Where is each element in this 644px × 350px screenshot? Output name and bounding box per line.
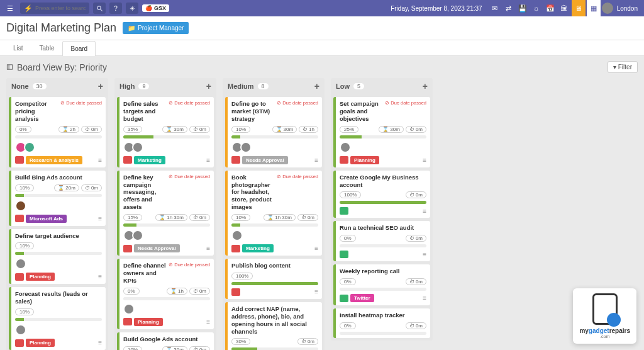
card-menu-icon[interactable]: ≡ [423, 251, 426, 258]
progress [340, 135, 426, 138]
mail-icon[interactable]: ✉ [489, 2, 501, 14]
add-card-button[interactable]: + [98, 81, 103, 91]
card[interactable]: Add correct NAP (name, address, phone), … [225, 302, 322, 350]
project-manager-badge[interactable]: 📁 Project Manager [123, 22, 189, 34]
card-menu-icon[interactable]: ≡ [98, 273, 102, 280]
add-card-button[interactable]: + [423, 81, 428, 91]
progress [123, 223, 210, 227]
card-menu-icon[interactable]: ≡ [314, 245, 318, 252]
card-title: Define channel owners and KPIs [123, 262, 166, 285]
card[interactable]: Define channel owners and KPIs⊘ Due date… [117, 259, 214, 329]
due-passed-badge: ⊘ Due date passed [277, 174, 318, 179]
flag-icon [340, 207, 348, 215]
brand-logo: mygadgetrepairs .com [573, 288, 636, 344]
hamburger-menu[interactable]: ☰ [4, 2, 16, 14]
card[interactable]: Define target audience 10% Planning≡ [9, 229, 106, 285]
card[interactable]: Book photographer for headshot, store, p… [225, 171, 322, 256]
page-title: Digital Marketing Plan [6, 21, 116, 35]
percent-chip: 25% [340, 126, 358, 133]
card[interactable]: Publish blog content 100% ≡ [225, 259, 322, 299]
building-icon[interactable]: 🏛 [558, 2, 570, 14]
card-title: Book photographer for headshot, store, p… [231, 174, 274, 211]
card-title: Define target audience [15, 232, 102, 240]
page-header: Digital Marketing Plan 📁 Project Manager [0, 16, 644, 40]
tag: Marketing [242, 244, 274, 252]
act-chip: ⏱ 0m [189, 214, 210, 221]
card-menu-icon[interactable]: ≡ [98, 215, 102, 222]
card-menu-icon[interactable]: ≡ [423, 295, 426, 302]
column-low: Low5 + Set campaign goals and objectives… [331, 78, 433, 341]
due-passed-badge: ⊘ Due date passed [60, 100, 102, 106]
card-title: Build Bing Ads account [15, 174, 102, 181]
apps-icon[interactable]: ▦ [587, 0, 601, 16]
due-passed-badge: ⊘ Due date passed [277, 100, 318, 106]
save-icon[interactable]: 💾 [516, 2, 529, 14]
calendar-icon[interactable]: 📅 [544, 2, 557, 14]
card-menu-icon[interactable]: ≡ [423, 157, 426, 164]
gsx-badge[interactable]: 🍎 GSX [142, 4, 169, 12]
help-icon[interactable]: ? [109, 3, 122, 14]
card-title: Weekly reporting call [340, 268, 426, 275]
search-input[interactable] [35, 5, 86, 11]
card-menu-icon[interactable]: ≡ [98, 339, 102, 346]
act-chip: ⏱ 0m [406, 235, 426, 242]
card[interactable]: Weekly reporting call 0%⏱ 0m Twitter≡ [333, 264, 430, 305]
act-chip: ⏱ 1h [299, 126, 318, 133]
tab-table[interactable]: Table [31, 40, 63, 55]
act-chip: ⏱ 0m [406, 278, 426, 285]
card-menu-icon[interactable]: ≡ [423, 208, 426, 215]
card-menu-icon[interactable]: ≡ [206, 245, 210, 252]
card-menu-icon[interactable]: ≡ [314, 288, 318, 295]
gear-icon [607, 313, 621, 327]
est-chip: ⌛ 30m [162, 126, 187, 133]
card-menu-icon[interactable]: ≡ [206, 319, 210, 325]
progress [15, 135, 102, 138]
progress [231, 347, 318, 350]
top-icon-set: ✉ ⇄ 💾 ☼ 📅 🏛 🖥 ▦ London [489, 0, 640, 16]
card[interactable]: Define key campaign messaging, offers an… [117, 171, 214, 256]
column-header-medium: Medium8 + [223, 78, 325, 94]
add-card-button[interactable]: + [206, 81, 211, 91]
card[interactable]: Forecast results (leads or sales) 10% Pl… [9, 287, 106, 350]
avatars [15, 200, 102, 212]
monitor-icon[interactable]: 🖥 [572, 0, 586, 16]
card[interactable]: Run a technical SEO audit 0%⏱ 0m ≡ [333, 221, 430, 261]
search-button[interactable] [93, 3, 106, 14]
flag-icon [15, 215, 24, 222]
progress [340, 288, 426, 291]
filter-button[interactable]: ▾ Filter [608, 61, 638, 73]
sun-icon[interactable]: ☼ [530, 2, 543, 14]
card[interactable]: Build Google Ads account 10%⌛ 30m⏱ 0m Go… [117, 332, 214, 350]
due-passed-badge: ⊘ Due date passed [169, 100, 210, 106]
percent-chip: 0% [340, 235, 356, 242]
count-badge: 8 [258, 83, 269, 89]
card[interactable]: Define go to market (GTM) strategy⊘ Due … [225, 97, 322, 167]
act-chip: ⏱ 0m [189, 126, 210, 133]
act-chip: ⏱ 0m [406, 322, 426, 329]
card[interactable]: Define sales targets and budget⊘ Due dat… [117, 97, 214, 167]
card[interactable]: Competitor pricing analysis⊘ Due date pa… [9, 97, 106, 167]
star-icon[interactable]: ☀ [126, 3, 138, 14]
flag-icon [15, 339, 24, 347]
card-menu-icon[interactable]: ≡ [314, 157, 318, 164]
avatars [15, 142, 102, 153]
board-icon [6, 64, 13, 71]
card-menu-icon[interactable]: ≡ [206, 157, 210, 164]
svg-point-0 [97, 6, 101, 9]
add-card-button[interactable]: + [314, 81, 319, 91]
card-menu-icon[interactable]: ≡ [98, 157, 102, 164]
lightning-icon: ⚡ [24, 4, 33, 13]
percent-chip: 10% [15, 184, 34, 191]
card[interactable]: Set campaign goals and objectives⊘ Due d… [333, 97, 430, 167]
card[interactable]: Create Google My Business account 100%⏱ … [333, 171, 430, 218]
card[interactable]: Install heatmap tracker 0%⏱ 0m [333, 308, 430, 338]
tab-board[interactable]: Board [62, 41, 96, 56]
user-avatar[interactable] [602, 3, 613, 14]
card[interactable]: Build Bing Ads account 10%⌛ 20m⏱ 0m Micr… [9, 171, 106, 226]
share-icon[interactable]: ⇄ [502, 2, 515, 14]
act-chip: ⏱ 0m [297, 214, 318, 221]
percent-chip: 100% [340, 191, 361, 198]
flag-icon [231, 245, 240, 252]
tag: Planning [350, 156, 379, 164]
tab-list[interactable]: List [5, 40, 31, 55]
